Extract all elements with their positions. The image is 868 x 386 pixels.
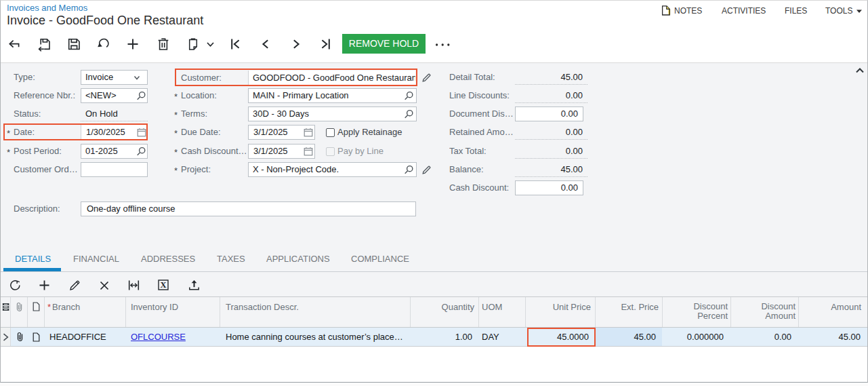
svg-text:X: X	[160, 280, 166, 290]
